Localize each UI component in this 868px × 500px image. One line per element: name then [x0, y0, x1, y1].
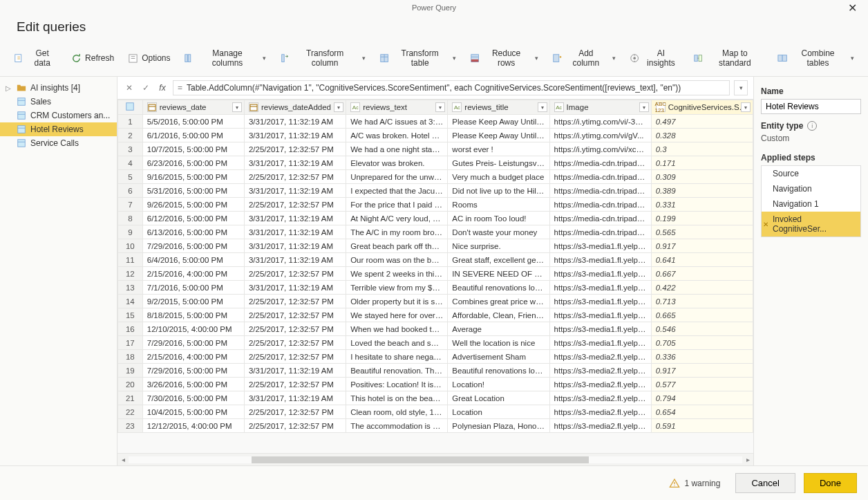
- applied-step[interactable]: Navigation 1: [762, 196, 860, 212]
- cell[interactable]: https://s3-media2.fl.yelpcd...: [549, 391, 651, 405]
- cell[interactable]: 3/31/2017, 11:32:19 AM: [244, 225, 346, 239]
- cell[interactable]: 10/7/2015, 5:00:00 PM: [142, 142, 244, 156]
- query-item[interactable]: Service Calls: [0, 136, 117, 150]
- horizontal-scrollbar[interactable]: ◂ ▸: [117, 453, 753, 465]
- cell[interactable]: 2/25/2017, 12:32:57 PM: [244, 295, 346, 308]
- cell[interactable]: Combines great price with ...: [448, 295, 549, 308]
- column-header[interactable]: AcImage▾: [549, 100, 651, 115]
- ribbon-transformtbl-button[interactable]: Transform table▾: [374, 46, 462, 71]
- cell[interactable]: When we had booked this ...: [346, 322, 448, 336]
- ribbon-addcolumn-button[interactable]: Add column▾: [547, 46, 621, 71]
- cell[interactable]: 2/25/2017, 12:32:57 PM: [244, 308, 346, 322]
- table-row[interactable]: 177/29/2016, 5:00:00 PM2/25/2017, 12:32:…: [118, 336, 753, 350]
- ribbon-managecols-button[interactable]: Manage columns▾: [178, 46, 272, 71]
- cell[interactable]: https://s3-media2.fl.yelpcd...: [549, 364, 651, 378]
- cell[interactable]: The A/C in my room broke...: [346, 225, 448, 239]
- cell[interactable]: 2/25/2017, 12:32:57 PM: [244, 378, 346, 391]
- cell[interactable]: 5/31/2016, 5:00:00 PM: [142, 184, 244, 198]
- cell[interactable]: For the price that I paid for...: [346, 198, 448, 212]
- cell[interactable]: 2/25/2017, 12:32:57 PM: [244, 170, 346, 184]
- cell[interactable]: 6/23/2016, 5:00:00 PM: [142, 156, 244, 170]
- column-filter-icon[interactable]: ▾: [741, 102, 751, 112]
- cell[interactable]: Our room was on the bott...: [346, 253, 448, 267]
- cell[interactable]: Loved the beach and service: [346, 336, 448, 350]
- table-row[interactable]: 137/1/2016, 5:00:00 PM3/31/2017, 11:32:1…: [118, 281, 753, 295]
- cell[interactable]: https://media-cdn.tripadvi...: [549, 184, 651, 198]
- table-row[interactable]: 107/29/2016, 5:00:00 PM3/31/2017, 11:32:…: [118, 239, 753, 253]
- table-row[interactable]: 182/15/2016, 4:00:00 PM2/25/2017, 12:32:…: [118, 350, 753, 364]
- table-row[interactable]: 86/12/2016, 5:00:00 PM3/31/2017, 11:32:1…: [118, 212, 753, 225]
- cell[interactable]: 0.577: [651, 378, 753, 391]
- cell[interactable]: Very much a budget place: [448, 170, 549, 184]
- cancel-formula-icon[interactable]: ✕: [123, 82, 135, 94]
- table-row[interactable]: 15/5/2016, 5:00:00 PM3/31/2017, 11:32:19…: [118, 115, 753, 129]
- cell[interactable]: Great beach park off the la...: [346, 239, 448, 253]
- cell[interactable]: 12/12/2015, 4:00:00 PM: [142, 419, 244, 433]
- table-row[interactable]: 197/29/2016, 5:00:00 PM3/31/2017, 11:32:…: [118, 364, 753, 378]
- cell[interactable]: 0.171: [651, 156, 753, 170]
- cell[interactable]: Polynesian Plaza, Honolulu: [448, 419, 549, 433]
- cell[interactable]: 2/25/2017, 12:32:57 PM: [244, 267, 346, 281]
- cell[interactable]: At Night A/C very loud, als...: [346, 212, 448, 225]
- cell[interactable]: Rooms: [448, 198, 549, 212]
- delete-step-icon[interactable]: ✕: [763, 221, 768, 228]
- cell[interactable]: Well the location is nice: [448, 336, 549, 350]
- table-row[interactable]: 116/4/2016, 5:00:00 PM3/31/2017, 11:32:1…: [118, 253, 753, 267]
- table-row[interactable]: 46/23/2016, 5:00:00 PM3/31/2017, 11:32:1…: [118, 156, 753, 170]
- cell[interactable]: Terrible view from my $300...: [346, 281, 448, 295]
- cell[interactable]: 7/29/2016, 5:00:00 PM: [142, 336, 244, 350]
- cell[interactable]: This hotel is on the beach ...: [346, 391, 448, 405]
- cell[interactable]: 3/31/2017, 11:32:19 AM: [244, 391, 346, 405]
- cell[interactable]: 0.705: [651, 336, 753, 350]
- cell[interactable]: 7/29/2016, 5:00:00 PM: [142, 364, 244, 378]
- data-grid[interactable]: reviews_date▾reviews_dateAdded▾Acreviews…: [117, 100, 753, 433]
- cell[interactable]: 12/10/2015, 4:00:00 PM: [142, 322, 244, 336]
- table-row[interactable]: 158/18/2015, 5:00:00 PM2/25/2017, 12:32:…: [118, 308, 753, 322]
- queries-group-header[interactable]: ▷ AI insights [4]: [0, 81, 117, 95]
- cell[interactable]: 3/31/2017, 11:32:19 AM: [244, 253, 346, 267]
- cell[interactable]: worst ever !: [448, 142, 549, 156]
- fx-icon[interactable]: fx: [156, 82, 169, 94]
- cell[interactable]: Great Location: [448, 391, 549, 405]
- cell[interactable]: Affordable, Clean, Friendly ...: [448, 308, 549, 322]
- cell[interactable]: 3/26/2016, 5:00:00 PM: [142, 378, 244, 391]
- cell[interactable]: 0.591: [651, 419, 753, 433]
- cell[interactable]: Average: [448, 322, 549, 336]
- cell[interactable]: 9/2/2015, 5:00:00 PM: [142, 295, 244, 308]
- cell[interactable]: 0.713: [651, 295, 753, 308]
- cell[interactable]: https://media-cdn.tripadvi...: [549, 170, 651, 184]
- cell[interactable]: 3/31/2017, 11:32:19 AM: [244, 364, 346, 378]
- cell[interactable]: https://i.ytimg.com/vi/-3sD...: [549, 115, 651, 129]
- query-item[interactable]: Hotel Reviews: [0, 122, 117, 136]
- cell[interactable]: https://s3-media2.fl.yelpcd...: [549, 405, 651, 419]
- cell[interactable]: 3/31/2017, 11:32:19 AM: [244, 281, 346, 295]
- cell[interactable]: 0.3: [651, 142, 753, 156]
- ribbon-aiinsights-button[interactable]: AI insights: [624, 46, 685, 71]
- cell[interactable]: Did not live up to the Hilto...: [448, 184, 549, 198]
- cell[interactable]: 9/26/2015, 5:00:00 PM: [142, 198, 244, 212]
- cell[interactable]: 2/25/2017, 12:32:57 PM: [244, 336, 346, 350]
- cell[interactable]: 0.565: [651, 225, 753, 239]
- table-row[interactable]: 79/26/2015, 5:00:00 PM2/25/2017, 12:32:5…: [118, 198, 753, 212]
- cell[interactable]: 6/12/2016, 5:00:00 PM: [142, 212, 244, 225]
- cell[interactable]: 0.328: [651, 129, 753, 142]
- cell[interactable]: 2/25/2017, 12:32:57 PM: [244, 350, 346, 364]
- warning-badge[interactable]: 1 warning: [669, 478, 720, 489]
- cell[interactable]: The accommodation is bas...: [346, 419, 448, 433]
- cell[interactable]: Older property but it is su...: [346, 295, 448, 308]
- cell[interactable]: 10/4/2015, 5:00:00 PM: [142, 405, 244, 419]
- cell[interactable]: Elevator was broken.: [346, 156, 448, 170]
- cell[interactable]: 8/18/2015, 5:00:00 PM: [142, 308, 244, 322]
- query-item[interactable]: CRM Customers an...: [0, 109, 117, 122]
- cell[interactable]: 0.422: [651, 281, 753, 295]
- cell[interactable]: We had a one night stay at...: [346, 142, 448, 156]
- column-filter-icon[interactable]: ▾: [232, 102, 242, 112]
- column-header[interactable]: Acreviews_text▾: [346, 100, 448, 115]
- cell[interactable]: 2/25/2017, 12:32:57 PM: [244, 198, 346, 212]
- cell[interactable]: 2/25/2017, 12:32:57 PM: [244, 322, 346, 336]
- cell[interactable]: Location: [448, 405, 549, 419]
- cancel-button[interactable]: Cancel: [735, 473, 795, 493]
- table-row[interactable]: 310/7/2015, 5:00:00 PM2/25/2017, 12:32:5…: [118, 142, 753, 156]
- column-header[interactable]: reviews_dateAdded▾: [244, 100, 346, 115]
- rownum-header[interactable]: [118, 100, 143, 115]
